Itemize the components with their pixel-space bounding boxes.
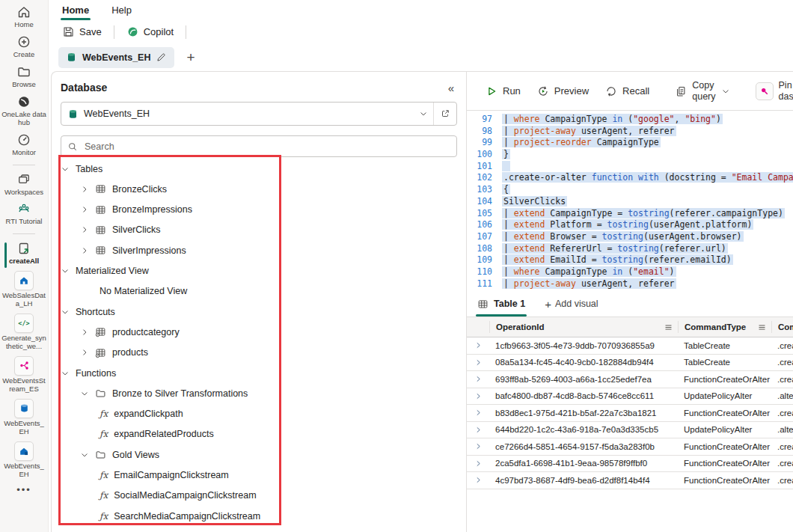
database-selector[interactable]: WebEvents_EH [61,102,457,126]
search-input[interactable] [83,141,450,153]
chevron-right-icon[interactable] [80,348,89,357]
column-menu-icon[interactable] [757,322,767,332]
sidebar-item-websalesdata-lh[interactable]: WebSalesData_LH [0,271,49,308]
tree-item-materialized-view[interactable]: Materialized View [61,261,149,281]
sidebar-item-home[interactable]: Home [0,4,49,29]
expand-row-icon[interactable] [474,442,483,450]
table-row[interactable]: 4c97bd73-8687-4df9-bea6-d2df8f14b4f4Func… [467,472,793,489]
column-header-commandtype[interactable]: CommandType [678,321,771,333]
collapse-panel-icon[interactable]: « [445,82,457,94]
menu-tab-help[interactable]: Help [110,2,133,18]
tree-item-bronze-to-silver-transformations[interactable]: Bronze to Silver Transformations [80,383,248,403]
run-button[interactable]: Run [479,82,527,101]
chevron-down-icon[interactable] [80,450,89,459]
code-line-97: 97| where CampaignType in ("google", "bi… [467,114,793,126]
expand-row-icon[interactable] [474,341,483,349]
save-button[interactable]: Save [56,22,108,41]
sidebar-item-onelake-data-hub[interactable]: OneLake data hub [0,94,49,127]
pin-to-dashboard-button[interactable]: Pindashb [749,76,793,106]
kql-code-editor[interactable]: 97| where CampaignType in ("google", "bi… [467,111,793,294]
expand-row-icon[interactable] [474,426,483,434]
table-row[interactable]: 2ca5dfa1-6698-41b1-9eaa-98578f9ffbf0Func… [467,456,793,473]
add-visual-button[interactable]: + Add visual [545,298,598,311]
tree-item-no-materialized-view[interactable]: No Materialized View [99,281,187,302]
database-green-icon [67,108,79,120]
chevron-down-icon[interactable] [61,266,70,275]
expand-row-icon[interactable] [474,409,483,417]
expand-row-icon[interactable] [474,476,483,484]
chevron-down-icon [419,109,428,118]
expand-row-icon[interactable] [474,459,483,468]
tree-item-silverimpressions[interactable]: SilverImpressions [80,240,186,260]
menu-tab-home[interactable]: Home [61,2,91,18]
chevron-down-icon[interactable] [61,369,70,378]
chevron-right-icon[interactable] [80,185,89,194]
rename-pencil-icon[interactable] [156,52,167,63]
chevron-down-icon[interactable] [721,87,730,96]
code-line-99: 99| project-reorder CampaignType [467,137,793,149]
expand-row-icon[interactable] [474,375,483,383]
expand-row-icon[interactable] [474,392,483,400]
new-tab-button[interactable]: + [182,50,199,64]
expand-row-icon[interactable] [474,358,483,367]
tree-item-productcategory[interactable]: productcategory [80,322,180,342]
copy-query-button[interactable]: Copyquery [668,76,736,106]
table-icon [95,204,106,215]
table-row[interactable]: bafc4800-db87-4cd8-8acb-5746ce8cc611Upda… [467,388,793,406]
chevron-right-icon[interactable] [80,225,89,234]
sidebar-item-create[interactable]: Create [0,34,49,59]
code-line-111: 111| project-away userAgent, referer [467,278,793,290]
tree-item-bronzeclicks[interactable]: BronzeClicks [80,179,167,199]
chevron-right-icon[interactable] [80,328,89,337]
table-row[interactable]: b83d8ec1-975d-421b-b5af-22a7c3ba1821Func… [467,405,793,422]
chevron-right-icon[interactable] [80,246,89,255]
tree-item-products[interactable]: products [80,343,148,363]
sidebar-item-browse[interactable]: Browse [0,64,49,89]
chevron-right-icon[interactable] [80,205,89,214]
table-row[interactable]: 1cfb9663-3f05-4e73-9ddb-7070936855a9Tabl… [467,337,793,355]
divider [114,25,114,39]
table-row[interactable]: 08a5a134-fc45-4c40-9cb0-182884db94f4Tabl… [467,355,793,372]
table-row[interactable]: 644bd220-1c2c-43a6-918a-7e0a3d335cb5Upda… [467,422,793,439]
column-menu-icon[interactable] [664,322,673,332]
table-row[interactable]: ce7266d4-5851-4654-9157-f5da3a283f0bFunc… [467,438,793,456]
sidebar-item-monitor[interactable]: Monitor [0,132,49,157]
results-table-header: OperationId CommandType CommandText [467,317,793,337]
tree-item-gold-views[interactable]: Gold Views [80,444,159,465]
sidebar-item-webevents-eh[interactable]: WebEvents_EH [0,399,49,436]
tree-item-socialmediacampaignclickstream[interactable]: ƒxSocialMediaCampaignClickstream [99,486,257,506]
tree-item-expandrelatedproducts[interactable]: ƒxexpandRelatedProducts [99,424,214,444]
tree-item-expandclickpath[interactable]: ƒxexpandClickpath [99,404,183,424]
tab-webevents-eh[interactable]: WebEvents_EH [58,47,174,68]
tree-item-shortcuts[interactable]: Shortcuts [61,302,115,322]
preview-button[interactable]: Preview [530,82,595,101]
tree-item-bronzeimpressions[interactable]: BronzeImpressions [80,200,192,220]
pin-icon [756,82,774,100]
recall-button[interactable]: Recall [598,82,656,101]
sidebar-item-generate-synthetic-we[interactable]: </>Generate_synthetic_we... [0,314,49,351]
open-database-button[interactable] [433,103,456,125]
fx-icon: ƒx [99,409,108,419]
table-icon [95,183,106,195]
chevron-down-icon[interactable] [61,165,70,174]
sidebar-item-webevents-eh[interactable]: WebEvents_EH [0,441,49,479]
column-header-operationid[interactable]: OperationId [489,321,678,333]
sidebar-item-webeventsstream-es[interactable]: WebEventsStream_ES [0,356,49,394]
chevron-down-icon[interactable] [80,389,89,398]
sidebar-item-workspaces[interactable]: Workspaces [0,172,49,197]
tab-table-1[interactable]: Table 1 [477,291,525,317]
tree-item-silverclicks[interactable]: SilverClicks [80,220,161,240]
search-box[interactable] [61,135,457,157]
code-line-108: 108| extend RefererUrl = tostring(refere… [467,243,793,255]
sidebar-item-createall[interactable]: createAll [0,241,49,266]
sidebar-item-rti-tutorial[interactable]: RTI Tutorial [0,201,49,226]
tree-item-emailcampaignclickstream[interactable]: ƒxEmailCampaignClickstream [99,465,229,486]
tree-item-functions[interactable]: Functions [61,363,116,383]
tree-item-searchmediacampaignclickstream[interactable]: ƒxSearchMediaCampaignClickstream [99,506,260,526]
chevron-down-icon[interactable] [61,308,70,317]
table-row[interactable]: 693ff8ab-5269-4003-a66a-1cc25edef7eaFunc… [467,371,793,388]
copilot-button[interactable]: Copilot [120,22,180,41]
tree-item-tables[interactable]: Tables [61,159,102,179]
column-header-commandtext[interactable]: CommandText [771,321,793,333]
sidebar-item-more[interactable]: ••• [0,484,49,495]
